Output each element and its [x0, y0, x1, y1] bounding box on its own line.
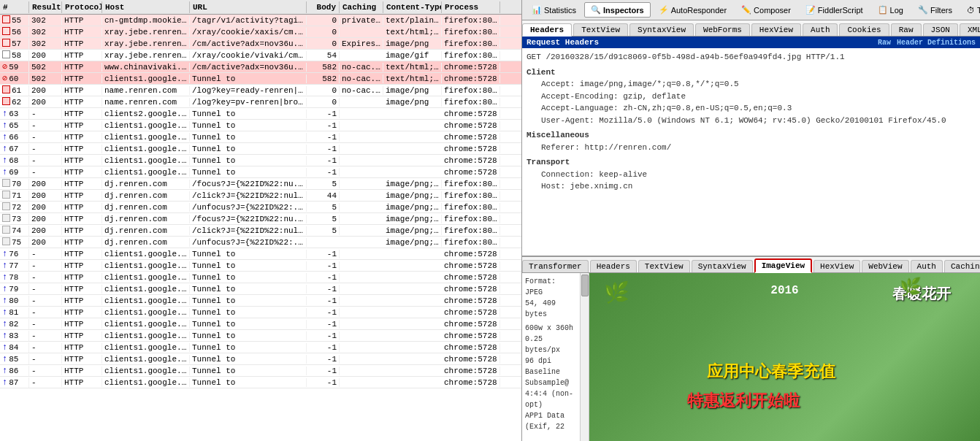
- tab-raw[interactable]: Raw: [891, 23, 922, 36]
- cell-num: 70: [0, 179, 29, 189]
- composer-button[interactable]: ✏️ Composer: [735, 2, 797, 18]
- cell-result: -: [29, 133, 62, 142]
- image-scrollbar[interactable]: [581, 273, 589, 441]
- resp-tab-hexview[interactable]: HexView: [814, 260, 860, 272]
- table-row[interactable]: ↑ 65 - HTTP clients1.google.com:443 Tunn…: [0, 120, 521, 131]
- request-headers-title: Request Headers: [527, 38, 599, 47]
- cell-caching: Expires...: [340, 39, 383, 48]
- table-body: 55 302 HTTP cn-gmtdmp.mookie1.... /tagr/…: [0, 15, 521, 441]
- table-row[interactable]: ↑ 67 - HTTP clients1.google.com:443 Tunn…: [0, 143, 521, 155]
- cell-protocol: HTTP: [62, 250, 102, 258]
- row-icon: [2, 226, 10, 236]
- statistics-button[interactable]: 📊 Statistics: [525, 2, 583, 18]
- cell-url: Tunnel to: [190, 320, 307, 329]
- cell-url: Tunnel to: [190, 296, 307, 305]
- inspectors-button[interactable]: 🔍 Inspectors: [584, 2, 651, 18]
- tab-json[interactable]: JSON: [923, 23, 958, 36]
- cell-host: cn-gmtdmp.mookie1....: [102, 16, 190, 25]
- raw-link[interactable]: Raw: [878, 39, 891, 47]
- resp-tab-caching[interactable]: Caching: [944, 260, 980, 272]
- banner-year: 2016: [770, 284, 798, 297]
- table-row[interactable]: 61 200 HTTP name.renren.com /log?key=rea…: [0, 85, 521, 96]
- row-icon: [2, 214, 10, 224]
- cell-body: -1: [307, 156, 340, 165]
- col-header-num: #: [0, 1, 29, 13]
- table-row[interactable]: ↑ 63 - HTTP clients2.google.com:443 Tunn…: [0, 108, 521, 120]
- table-row[interactable]: ↑ 68 - HTTP clients1.google.com:443 Tunn…: [0, 155, 521, 166]
- request-headers-titlebar: Request Headers Raw Header Definitions: [522, 37, 980, 48]
- cell-url: Tunnel to: [190, 121, 307, 130]
- cell-num: 75: [0, 237, 29, 248]
- autoresponder-button[interactable]: ⚡ AutoResponder: [652, 2, 733, 18]
- cell-num: ↑ 85: [0, 354, 29, 364]
- table-row[interactable]: 71 200 HTTP dj.renren.com /click?J={%22I…: [0, 190, 521, 202]
- cell-process: chrome:5728: [442, 168, 500, 177]
- tab-textview[interactable]: TextView: [573, 23, 628, 36]
- table-row[interactable]: ⊘ 60 502 HTTP clients1.google.com:443 Tu…: [0, 73, 521, 85]
- table-row[interactable]: ↑ 86 - HTTP clients1.google.com:443 Tunn…: [0, 365, 521, 377]
- cell-process: firefox:8084: [442, 51, 500, 60]
- table-row[interactable]: 73 200 HTTP dj.renren.com /focus?J={%22I…: [0, 213, 521, 225]
- table-row[interactable]: 70 200 HTTP dj.renren.com /focus?J={%22I…: [0, 178, 521, 190]
- inspectors-icon: 🔍: [591, 5, 601, 15]
- resp-tab-transformer[interactable]: Transformer: [522, 260, 589, 272]
- table-row[interactable]: ↑ 81 - HTTP clients1.google.com:443 Tunn…: [0, 307, 521, 318]
- table-row[interactable]: ↑ 77 - HTTP clients1.google.com:443 Tunn…: [0, 260, 521, 272]
- tab-hexview[interactable]: HexView: [751, 23, 801, 36]
- table-row[interactable]: ↑ 84 - HTTP clients1.google.com:443 Tunn…: [0, 342, 521, 353]
- cell-result: 200: [29, 191, 62, 200]
- tab-headers[interactable]: Headers: [522, 23, 572, 37]
- cell-content: image/png;...: [383, 191, 442, 200]
- table-row[interactable]: 55 302 HTTP cn-gmtdmp.mookie1.... /tagr/…: [0, 15, 521, 26]
- table-row[interactable]: 74 200 HTTP dj.renren.com /click?J={%22I…: [0, 225, 521, 237]
- filters-button[interactable]: 🔧 Filters: [911, 2, 959, 18]
- cell-host: dj.renren.com: [102, 215, 190, 223]
- cell-process: chrome:5728: [442, 121, 500, 130]
- resp-tab-headers[interactable]: Headers: [590, 260, 637, 272]
- table-row[interactable]: ↑ 79 - HTTP clients1.google.com:443 Tunn…: [0, 283, 521, 295]
- resp-tab-auth[interactable]: Auth: [911, 260, 943, 272]
- resp-tab-webview[interactable]: WebView: [862, 260, 908, 272]
- table-row[interactable]: 75 200 HTTP dj.renren.com /unfocus?J={%2…: [0, 237, 521, 248]
- fiddlerscript-button[interactable]: 📝 FiddlerScript: [799, 2, 870, 18]
- table-row[interactable]: ↑ 78 - HTTP clients1.google.com:443 Tunn…: [0, 272, 521, 283]
- network-table-panel: # Result Protocol Host URL Body Caching …: [0, 0, 522, 441]
- cell-body: -1: [307, 110, 340, 118]
- tab-webforms[interactable]: WebForms: [695, 23, 750, 36]
- table-row[interactable]: ↑ 76 - HTTP clients1.google.com:443 Tunn…: [0, 248, 521, 260]
- table-row[interactable]: 72 200 HTTP dj.renren.com /unfocus?J={%2…: [0, 202, 521, 213]
- table-row[interactable]: ↑ 82 - HTTP clients1.google.com:443 Tunn…: [0, 318, 521, 330]
- cell-num: ↑ 76: [0, 249, 29, 259]
- tab-cookies[interactable]: Cookies: [839, 23, 889, 36]
- resp-tab-textview[interactable]: TextView: [638, 260, 690, 272]
- table-row[interactable]: 62 200 HTTP name.renren.com /log?key=pv-…: [0, 96, 521, 108]
- table-row[interactable]: ⊘ 59 502 HTTP www.chinavivaki.com /cm/ac…: [0, 61, 521, 73]
- row-icon: [2, 202, 10, 212]
- table-row[interactable]: ↑ 80 - HTTP clients1.google.com:443 Tunn…: [0, 295, 521, 307]
- table-row[interactable]: 56 302 HTTP xray.jebe.renren.com /xray/c…: [0, 26, 521, 38]
- timeline-button[interactable]: ⏱ Timeline: [960, 3, 980, 18]
- resp-tab-imageview[interactable]: ImageView: [754, 258, 812, 273]
- cell-url: /focus?J={%22ID%22:nu...: [190, 180, 307, 188]
- cell-body: -1: [307, 133, 340, 142]
- table-row[interactable]: ↑ 66 - HTTP clients1.google.com:443 Tunn…: [0, 131, 521, 143]
- table-row[interactable]: 58 200 HTTP xray.jebe.renren.com /xray/c…: [0, 50, 521, 61]
- cell-result: 200: [29, 238, 62, 247]
- row-icon: ↑: [2, 354, 7, 364]
- header-def-link[interactable]: Header Definitions: [897, 39, 976, 47]
- col-header-caching: Caching: [340, 1, 383, 13]
- cell-num: 71: [0, 191, 29, 201]
- resp-tab-syntaxview[interactable]: SyntaxView: [692, 260, 753, 272]
- tab-xml[interactable]: XML: [960, 23, 980, 36]
- cell-protocol: HTTP: [62, 28, 102, 37]
- table-row[interactable]: ↑ 87 - HTTP clients1.google.com:443 Tunn…: [0, 377, 521, 388]
- log-button[interactable]: 📋 Log: [871, 2, 910, 18]
- statistics-icon: 📊: [532, 5, 542, 15]
- table-row[interactable]: ↑ 69 - HTTP clients1.google.com:443 Tunn…: [0, 166, 521, 178]
- cell-num: ↑ 81: [0, 307, 29, 318]
- table-row[interactable]: 57 302 HTTP xray.jebe.renren.com /cm/act…: [0, 38, 521, 50]
- table-row[interactable]: ↑ 83 - HTTP clients1.google.com:443 Tunn…: [0, 330, 521, 342]
- tab-auth[interactable]: Auth: [803, 23, 838, 36]
- table-row[interactable]: ↑ 85 - HTTP clients1.google.com:443 Tunn…: [0, 353, 521, 365]
- tab-syntaxview[interactable]: SyntaxView: [629, 23, 694, 36]
